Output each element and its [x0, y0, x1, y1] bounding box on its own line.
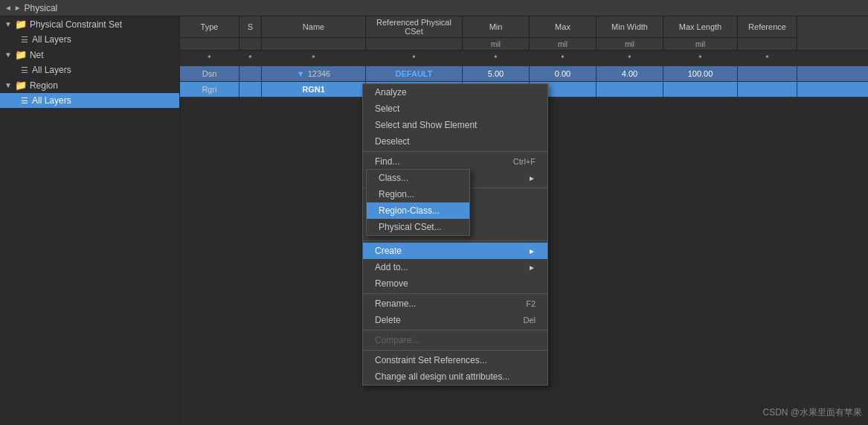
net-all-layers-icon: ☰ [21, 65, 28, 75]
pcs-all-layers-icon: ☰ [21, 35, 28, 45]
menu-find-shortcut: Ctrl+F [513, 157, 536, 166]
net-folder-icon: 📁 [15, 49, 27, 60]
menu-analyze-label: Analyze [375, 87, 407, 98]
submenu-physical-cset-label: Physical CSet... [379, 222, 442, 232]
menu-compare: Compare... [363, 332, 547, 348]
content-area: Type S Name Referenced Physical CSet Min [180, 16, 868, 425]
menu-deselect-label: Deselect [375, 136, 410, 147]
net-arrow: ▼ [4, 51, 12, 59]
submenu-create: Class... Region... Region-Class... Physi… [366, 169, 470, 236]
menu-sep-5 [363, 330, 547, 330]
menu-delete[interactable]: Delete Del [363, 312, 547, 328]
menu-add-to[interactable]: Add to... ► [363, 259, 547, 275]
menu-rename-shortcut: F2 [526, 299, 536, 308]
region-label: Region [30, 80, 58, 91]
submenu-class-label: Class... [379, 173, 408, 183]
top-bar: ◄ ► Physical [0, 0, 868, 16]
menu-find-label: Find... [375, 156, 399, 167]
sidebar-physical-constraint-set[interactable]: ▼ 📁 Physical Constraint Set [0, 16, 179, 32]
region-arrow: ▼ [4, 81, 12, 89]
menu-sep-4 [363, 293, 547, 294]
submenu-class[interactable]: Class... [367, 170, 469, 186]
net-all-layers-label: All Layers [32, 65, 71, 75]
pcs-all-layers-label: All Layers [32, 34, 71, 45]
menu-constraint-set-refs-label: Constraint Set References... [375, 355, 487, 365]
menu-remove[interactable]: Remove [363, 275, 547, 292]
main-layout: ▼ 📁 Physical Constraint Set ☰ All Layers… [0, 16, 868, 425]
menu-deselect[interactable]: Deselect [363, 133, 547, 150]
menu-constraint-set-refs[interactable]: Constraint Set References... [363, 352, 547, 368]
sidebar-region[interactable]: ▼ 📁 Region [0, 77, 179, 93]
menu-change-all-design-label: Change all design unit attributes... [375, 371, 509, 382]
sidebar-net-all-layers[interactable]: ☰ All Layers [0, 63, 179, 77]
sidebar-net[interactable]: ▼ 📁 Net [0, 47, 179, 63]
menu-delete-shortcut: Del [523, 316, 536, 325]
menu-sep-3 [363, 240, 547, 241]
menu-create[interactable]: Create ► [363, 243, 547, 259]
menu-bookmark-arrow: ► [528, 174, 536, 182]
pcs-label: Physical Constraint Set [30, 19, 122, 30]
menu-remove-label: Remove [375, 278, 408, 289]
net-label: Net [30, 50, 44, 60]
menu-find[interactable]: Find... Ctrl+F [363, 153, 547, 170]
pcs-folder-icon: 📁 [15, 19, 27, 30]
menu-delete-label: Delete [375, 315, 401, 325]
menu-create-arrow: ► [528, 247, 536, 255]
menu-create-label: Create [375, 246, 402, 256]
menu-sep-6 [363, 350, 547, 351]
watermark: CSDN @水果里面有苹果 [762, 406, 862, 419]
submenu-region-class-label: Region-Class... [379, 205, 440, 216]
menu-analyze[interactable]: Analyze [363, 84, 547, 100]
nav-arrows[interactable]: ◄ ► [4, 4, 22, 12]
sidebar-region-all-layers[interactable]: ☰ All Layers [0, 93, 179, 108]
submenu-region-label: Region... [379, 189, 414, 199]
sidebar-pcs-all-layers[interactable]: ☰ All Layers [0, 32, 179, 47]
menu-select-show[interactable]: Select and Show Element [363, 117, 547, 133]
context-menu-overlay: Analyze Select Select and Show Element D… [180, 16, 868, 425]
submenu-physical-cset[interactable]: Physical CSet... [367, 219, 469, 235]
submenu-region-class[interactable]: Region-Class... [367, 202, 469, 219]
top-bar-title: Physical [25, 3, 58, 13]
region-folder-icon: 📁 [15, 80, 27, 91]
menu-sep-1 [363, 151, 547, 152]
submenu-region[interactable]: Region... [367, 186, 469, 202]
menu-add-to-arrow: ► [528, 263, 536, 272]
menu-rename-label: Rename... [375, 298, 416, 309]
menu-change-all-design[interactable]: Change all design unit attributes... [363, 368, 547, 385]
region-all-layers-label: All Layers [32, 95, 71, 106]
menu-compare-label: Compare... [375, 335, 419, 345]
menu-select-show-label: Select and Show Element [375, 120, 477, 130]
sidebar: ▼ 📁 Physical Constraint Set ☰ All Layers… [0, 16, 180, 425]
menu-select-label: Select [375, 103, 399, 114]
menu-select[interactable]: Select [363, 100, 547, 117]
pcs-arrow: ▼ [4, 20, 12, 28]
menu-rename[interactable]: Rename... F2 [363, 295, 547, 312]
menu-add-to-label: Add to... [375, 262, 408, 272]
region-all-layers-icon: ☰ [21, 96, 28, 106]
